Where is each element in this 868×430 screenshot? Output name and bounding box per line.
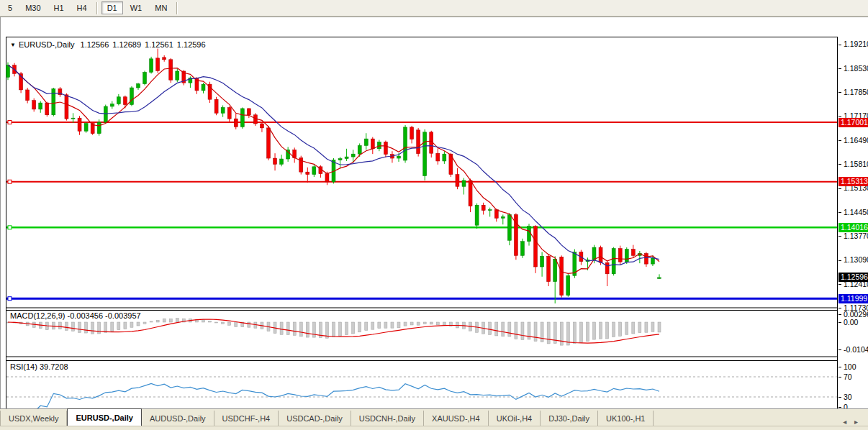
toolbar-separator <box>176 2 178 14</box>
candle-body <box>65 95 68 119</box>
candle-body <box>560 257 564 295</box>
macd-histogram-bar <box>345 322 348 335</box>
candle-body <box>631 250 635 256</box>
candle-body <box>117 97 120 104</box>
price-tick-mark <box>838 308 841 308</box>
candle-body <box>566 275 570 295</box>
timeframe-toolbar: 5M30H1H4D1W1MN <box>0 0 868 17</box>
candle-body <box>658 278 661 278</box>
macd-histogram-bar <box>130 322 133 327</box>
symbol-dropdown-icon[interactable]: ▼ <box>10 42 16 48</box>
candle-body <box>84 124 88 132</box>
rsi-tick-mark <box>838 407 841 408</box>
price-tick-label: 1.16490 <box>844 136 868 145</box>
chart-tab-bar: USDX,WeeklyEURUSD-,DailyAUDUSD-,DailyUSD… <box>0 408 868 426</box>
timeframe-d1-button[interactable]: D1 <box>101 1 123 14</box>
chart-frame[interactable]: ▼EURUSD-,Daily1.125661.126891.125611.125… <box>6 37 838 425</box>
price-tick-mark <box>838 260 841 261</box>
candle-body <box>306 172 309 174</box>
candle-body <box>605 262 609 274</box>
tab-ukoil-h4[interactable]: UKOil-,H4 <box>489 411 541 426</box>
candle-body <box>71 118 75 119</box>
macd-scale-label: -0.01042 <box>844 345 868 354</box>
candle-body <box>351 154 355 157</box>
macd-histogram-bar <box>586 322 589 342</box>
tab-uk100-h1[interactable]: UK100-,H1 <box>598 411 654 426</box>
macd-histogram-bar <box>78 322 81 332</box>
macd-histogram-bar <box>169 319 172 322</box>
tab-xauusd-h4[interactable]: XAUUSD-,H4 <box>424 411 489 426</box>
candle-body <box>312 167 316 175</box>
price-tick-label: 1.13090 <box>844 255 868 265</box>
macd-histogram-bar <box>293 322 296 335</box>
macd-histogram-bar <box>85 322 88 333</box>
chart-canvas[interactable] <box>6 37 837 424</box>
candle-body <box>234 119 238 127</box>
macd-histogram-bar <box>612 322 615 337</box>
timeframe-5-button[interactable]: 5 <box>2 1 18 14</box>
candle-body <box>553 259 557 281</box>
candle-body <box>423 132 427 176</box>
candle-body <box>202 84 205 91</box>
mt4-window: 5M30H1H4D1W1MN ▼EURUSD-,Daily1.125661.12… <box>0 0 868 430</box>
price-scale[interactable]: 1.192101.185301.178501.171701.164901.158… <box>838 37 868 425</box>
timeframe-mn-button[interactable]: MN <box>149 1 173 14</box>
ohlc-close: 1.12596 <box>177 40 206 49</box>
tab-usdchf-h4[interactable]: USDCHF-,H4 <box>214 411 279 426</box>
macd-tick-mark <box>838 314 841 315</box>
level-price-badge: 1.11999 <box>838 294 868 303</box>
tab-usdcnh-daily[interactable]: USDCNH-,Daily <box>351 411 424 426</box>
macd-histogram-bar <box>423 322 426 324</box>
macd-histogram-bar <box>117 322 120 330</box>
tab-usdx-weekly[interactable]: USDX,Weekly <box>0 411 67 426</box>
price-tick-mark <box>838 188 841 189</box>
chart-window: ▼EURUSD-,Daily1.125661.126891.125611.125… <box>0 17 868 409</box>
hline-handle[interactable] <box>8 297 12 301</box>
candle-body <box>358 145 361 154</box>
macd-histogram-bar <box>417 322 420 325</box>
hline-handle[interactable] <box>8 121 12 124</box>
price-tick-mark <box>838 164 841 165</box>
tab-audusd-daily[interactable]: AUDUSD-,Daily <box>142 411 214 426</box>
candle-body <box>644 253 648 264</box>
timeframe-h1-button[interactable]: H1 <box>48 1 70 14</box>
price-tick-mark <box>838 45 841 45</box>
candle-body <box>260 124 263 128</box>
tab-scroll-arrows[interactable]: ◂ ▸ <box>843 418 868 426</box>
candle-body <box>462 180 466 186</box>
candle-body <box>273 158 277 164</box>
macd-histogram-bar <box>124 322 127 329</box>
tab-eurusd-daily[interactable]: EURUSD-,Daily <box>67 408 141 426</box>
candle-body <box>247 109 250 115</box>
candle-body <box>501 216 505 218</box>
macd-histogram-bar <box>579 322 582 342</box>
timeframe-h4-button[interactable]: H4 <box>71 1 93 14</box>
timeframe-w1-button[interactable]: W1 <box>125 1 148 14</box>
candle-body <box>410 127 414 139</box>
rsi-tick-mark <box>838 377 841 378</box>
hline-handle[interactable] <box>8 180 12 183</box>
macd-histogram-bar <box>410 322 413 325</box>
macd-histogram-bar <box>365 322 368 330</box>
toolbar-separator <box>96 2 98 14</box>
macd-histogram-bar <box>352 322 355 334</box>
tab-dj30-daily[interactable]: DJ30-,Daily <box>541 411 598 426</box>
macd-tick-mark <box>838 349 841 350</box>
hline-handle[interactable] <box>8 226 12 229</box>
macd-histogram-bar <box>651 322 654 331</box>
macd-histogram-bar <box>397 322 400 328</box>
rsi-tick-mark <box>838 367 841 367</box>
candle-body <box>404 127 407 160</box>
macd-histogram-bar <box>625 322 628 334</box>
macd-histogram-bar <box>209 321 212 322</box>
macd-histogram-bar <box>391 322 394 328</box>
macd-histogram-bar <box>104 322 107 332</box>
macd-histogram-bar <box>573 322 576 344</box>
macd-histogram-bar <box>58 322 61 329</box>
macd-histogram-bar <box>384 322 387 328</box>
price-tick-mark <box>838 212 841 213</box>
chart-title: ▼EURUSD-,Daily1.125661.126891.125611.125… <box>10 40 209 49</box>
timeframe-m30-button[interactable]: M30 <box>19 1 46 14</box>
tab-usdcad-daily[interactable]: USDCAD-,Daily <box>279 411 351 426</box>
candle-body <box>371 139 374 149</box>
